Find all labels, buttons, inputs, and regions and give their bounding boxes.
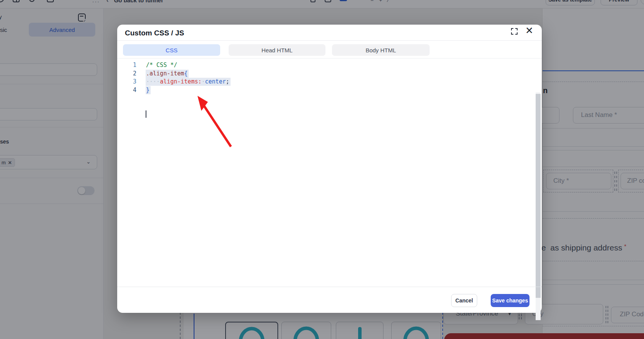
line-number: 3 [117,78,136,86]
line-number: 4 [117,86,136,94]
save-changes-button[interactable]: Save changes [491,294,529,307]
code-token: align-items: [160,78,201,85]
code-token: ···· [146,78,160,85]
tab-body-html[interactable]: Body HTML [332,44,430,56]
code-token: center [205,78,226,85]
code-text: /* CSS */ [146,61,177,69]
divider [117,40,542,41]
fullscreen-icon[interactable] [511,28,518,35]
line-number: 2 [117,70,136,78]
code-line: 2.align-item{ [117,70,542,78]
code-text: ····align-items:·center; [146,78,229,86]
code-line: 1/* CSS */ [117,61,542,69]
divider [117,287,542,287]
code-text: .align-item{ [146,70,188,78]
code-text: } [146,86,149,94]
custom-css-js-modal: Custom CSS / JS ✕ CSS Head HTML Body HTM… [117,25,542,313]
close-icon[interactable]: ✕ [525,25,533,36]
tab-head-html[interactable]: Head HTML [229,44,325,56]
code-token: { [184,70,188,77]
code-line: 4} [117,86,542,94]
code-token: ; [226,78,229,85]
code-line: 3····align-items:·center; [117,78,542,86]
text-cursor [146,110,146,118]
cancel-button[interactable]: Cancel [451,294,477,307]
editor-scrollbar-thumb[interactable] [536,94,541,298]
tab-css[interactable]: CSS [123,44,220,56]
code-token: .align-item [146,70,184,77]
app-root: ··· ‹Go back to funnel – + ⁄ Save as tem… [0,0,644,339]
editor-scrollbar-track[interactable] [536,92,541,320]
line-number: 1 [117,61,136,69]
code-token: } [146,87,149,94]
code-editor[interactable]: 1/* CSS */2.align-item{3····align-items:… [117,58,542,287]
modal-title: Custom CSS / JS [125,29,184,37]
code-token: /* CSS */ [146,62,177,68]
code-token: · [202,78,205,85]
